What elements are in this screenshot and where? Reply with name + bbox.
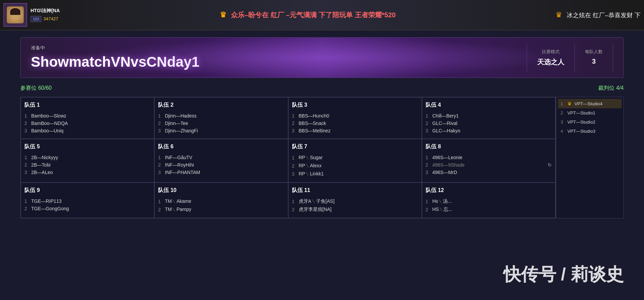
team-name-6: 队伍 6 (158, 143, 284, 150)
main-content: 准备中 ShowmatchVNvsCNday1 比赛模式 天选之人 每队人数 3… (0, 30, 644, 225)
judge-item: 1♛VPT—Studio4 (558, 99, 622, 108)
team-member: 3INF—PHANTAM (158, 169, 284, 176)
member-name: BamBoo—NDQA (31, 121, 68, 126)
member-name: RP﹨Linkk1 (299, 171, 324, 177)
judge-item: 2VPT—Studio1 (558, 108, 622, 117)
team-block-1: 队伍 11Bamboo—Slowz2BamBoo—NDQA3Bamboo—Uni… (21, 97, 154, 139)
crown-icon-left: ♛ (220, 10, 227, 19)
judge-crown-icon: ♛ (567, 101, 572, 106)
user-info: HTG\法神[NA 103 347427 (3, 3, 60, 27)
team-member: 2HS﹨忘... (426, 206, 552, 214)
member-name: 虎牙李星痕[NA] (299, 207, 332, 213)
avatar-face (7, 6, 24, 23)
team-member: 3Bamboo—Uniq (24, 127, 151, 134)
left-ticker: ♛ 众乐–盼兮在 红厂 –元气满满 下了陪玩单 王者荣耀*520 (60, 10, 553, 20)
member-name: TM﹨Pampy (165, 207, 191, 213)
team-member: 1RP﹨Sugar (292, 154, 418, 162)
level-badge: 103 (31, 16, 41, 22)
team-block-9: 队伍 91TGE—RIP1132TGE—GongGong (21, 183, 154, 218)
coins: 347427 (43, 16, 58, 21)
team-member: 12B—Nickyyy (24, 154, 151, 161)
match-banner: 准备中 ShowmatchVNvsCNday1 比赛模式 天选之人 每队人数 3 (20, 37, 624, 78)
team-member: 2TGE—GongGong (24, 205, 151, 212)
match-title: ShowmatchVNvsCNday1 (31, 54, 527, 70)
team-name-1: 队伍 1 (24, 102, 151, 109)
team-name-11: 队伍 11 (292, 187, 418, 194)
team-block-5: 队伍 512B—Nickyyy22B—Tobi32B—ALeo (21, 139, 154, 183)
match-players-box: 每队人数 3 (575, 44, 613, 72)
member-name: INF—RoyHihi (165, 162, 194, 168)
member-name: GLC—Rival (432, 121, 457, 126)
participants-count: 参赛位 60/60 (20, 85, 52, 92)
match-info-right: 比赛模式 天选之人 每队人数 3 (527, 44, 613, 72)
member-name: TGE—RIP113 (31, 198, 61, 204)
team-member: 3496S—MrD (426, 169, 552, 176)
member-name: HS﹨忘... (432, 207, 452, 213)
match-mode-box: 比赛模式 天选之人 (527, 44, 575, 72)
team-member: 1Djinn—Hadess (158, 112, 284, 120)
member-name: INF—GăuTV (165, 155, 192, 160)
member-name: Djinn—Tee (165, 121, 188, 126)
user-details: HTG\法神[NA 103 347427 (31, 8, 60, 22)
member-name: 2B—ALeo (31, 170, 53, 175)
team-member: 2496S—9Shade↻ (426, 161, 552, 169)
team-member: 2虎牙李星痕[NA] (292, 206, 418, 214)
member-name: Bamboo—Uniq (31, 128, 63, 133)
team-name-4: 队伍 4 (426, 102, 552, 109)
teams-and-judges: 队伍 11Bamboo—Slowz2BamBoo—NDQA3Bamboo—Uni… (20, 97, 624, 218)
judge-name: VPT—Studio3 (567, 129, 595, 134)
team-block-10: 队伍 101TM﹨Akame2TM﹨Pampy (154, 183, 288, 218)
team-member: 1虎牙A﹨子鱼[AS] (292, 197, 418, 206)
member-name: INF—PHANTAM (165, 170, 200, 175)
team-member: 3Djinn—ZhangFi (158, 127, 284, 134)
username: HTG\法神[NA (31, 8, 60, 14)
match-mode-label: 比赛模式 (537, 49, 564, 55)
team-name-7: 队伍 7 (292, 143, 418, 150)
member-name: BBS—Snack (299, 121, 326, 126)
member-name: 虎牙A﹨子鱼[AS] (299, 198, 335, 205)
member-name: 496S—Leonie (432, 155, 463, 160)
judge-name: VPT—Studio2 (567, 120, 595, 125)
team-member: 1TGE—RIP113 (24, 197, 151, 205)
team-block-12: 队伍 121Hs﹨汤...2HS﹨忘... (422, 183, 555, 218)
team-block-4: 队伍 41Chill—Bery12GLC—Rival3GLC—Hakyo (422, 97, 555, 139)
judges-count: 裁判位 4/4 (598, 85, 624, 92)
team-member: 2TM﹨Pampy (158, 206, 284, 214)
judge-item: 3VPT—Studio2 (558, 117, 622, 127)
team-member: 1TM﹨Akame (158, 197, 284, 206)
member-name: TGE—GongGong (31, 206, 69, 211)
participants-header: 参赛位 60/60 裁判位 4/4 (20, 85, 624, 92)
team-member: 1INF—GăuTV (158, 154, 284, 161)
right-ticker: ♛ 冰之炫在 红厂–恭喜发财 下 (553, 10, 641, 19)
team-name-9: 队伍 9 (24, 187, 151, 194)
judge-item: 4VPT—Studio3 (558, 127, 622, 136)
team-name-5: 队伍 5 (24, 143, 151, 150)
member-name: RP﹨Alexx (299, 163, 322, 169)
team-name-10: 队伍 10 (158, 187, 284, 194)
judges-panel: 1♛VPT—Studio42VPT—Studio13VPT—Studio24VP… (556, 97, 624, 218)
member-name: Chill—Bery1 (432, 113, 459, 119)
member-name: 2B—Nickyyy (31, 155, 58, 160)
judges-list: 1♛VPT—Studio42VPT—Studio13VPT—Studio24VP… (556, 97, 623, 137)
avatar (3, 3, 27, 27)
team-member: 1Hs﹨汤... (426, 197, 552, 206)
team-member: 3RP﹨Linkk1 (292, 170, 418, 178)
team-member: 2BamBoo—NDQA (24, 120, 151, 127)
member-name: BBS—Hunch0 (299, 113, 329, 119)
match-mode-value: 天选之人 (537, 58, 564, 67)
member-name: BBS—Meltinez (299, 128, 331, 133)
team-member: 1BBS—Hunch0 (292, 112, 418, 120)
match-banner-text: 准备中 ShowmatchVNvsCNday1 (31, 45, 527, 70)
match-status: 准备中 (31, 45, 527, 51)
team-member: 1Bamboo—Slowz (24, 112, 151, 120)
judge-name: VPT—Studio1 (567, 110, 595, 115)
refresh-icon[interactable]: ↻ (548, 162, 552, 168)
team-name-2: 队伍 2 (158, 102, 284, 109)
team-member: 1Chill—Bery1 (426, 112, 552, 120)
team-block-11: 队伍 111虎牙A﹨子鱼[AS]2虎牙李星痕[NA] (288, 183, 422, 218)
watermark: 快传号 / 莉谈史 (503, 263, 624, 286)
team-member: 3GLC—Hakyo (426, 127, 552, 134)
team-block-3: 队伍 31BBS—Hunch02BBS—Snack3BBS—Meltinez (288, 97, 422, 139)
team-member: 32B—ALeo (24, 169, 151, 176)
top-bar: HTG\法神[NA 103 347427 ♛ 众乐–盼兮在 红厂 –元气满满 下… (0, 0, 644, 30)
